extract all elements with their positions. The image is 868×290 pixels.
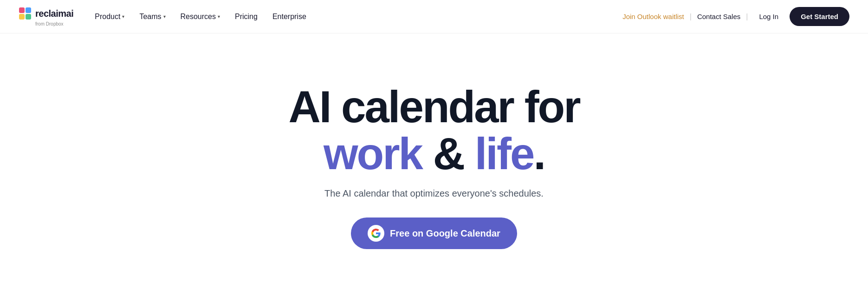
google-calendar-cta-button[interactable]: Free on Google Calendar (351, 218, 517, 249)
nav-divider: | (690, 13, 692, 21)
login-link[interactable]: Log In (753, 9, 784, 24)
logo-icon (19, 7, 32, 21)
hero-word-life: life (475, 129, 534, 178)
chevron-down-icon: ▾ (163, 14, 166, 19)
join-outlook-waitlist-link[interactable]: Join Outlook waitlist (622, 13, 684, 20)
nav-item-teams[interactable]: Teams ▾ (133, 9, 172, 25)
contact-sales-link[interactable]: Contact Sales (697, 13, 740, 20)
chevron-down-icon: ▾ (122, 14, 124, 19)
google-g-icon (371, 228, 381, 238)
hero-subtitle: The AI calendar that optimizes everyone'… (324, 188, 544, 199)
nav-item-pricing[interactable]: Pricing (228, 9, 264, 25)
nav-item-resources[interactable]: Resources ▾ (174, 9, 227, 25)
svg-rect-0 (19, 7, 25, 13)
hero-title: AI calendar for work & life. (288, 84, 579, 178)
navbar: reclaimai from Dropbox Product ▾ Teams ▾… (0, 0, 868, 33)
nav-right: Join Outlook waitlist | Contact Sales | … (622, 7, 849, 26)
nav-links: Product ▾ Teams ▾ Resources ▾ Pricing En… (88, 9, 622, 25)
hero-and: & (422, 129, 475, 178)
svg-rect-2 (19, 14, 25, 20)
hero-word-work: work (324, 129, 422, 178)
hero-section: AI calendar for work & life. The AI cale… (0, 33, 868, 290)
svg-rect-1 (26, 7, 31, 13)
chevron-down-icon: ▾ (218, 14, 220, 19)
nav-item-product[interactable]: Product ▾ (88, 9, 131, 25)
svg-rect-3 (26, 14, 31, 20)
gcal-button-label: Free on Google Calendar (390, 228, 500, 239)
logo[interactable]: reclaimai from Dropbox (19, 7, 73, 26)
nav-divider-2: | (746, 13, 748, 21)
logo-sub: from Dropbox (19, 21, 73, 26)
hero-period: . (533, 129, 544, 178)
get-started-button[interactable]: Get Started (790, 7, 849, 26)
logo-text: reclaimai (35, 8, 73, 19)
google-icon-wrap (368, 225, 384, 242)
nav-item-enterprise[interactable]: Enterprise (266, 9, 313, 25)
